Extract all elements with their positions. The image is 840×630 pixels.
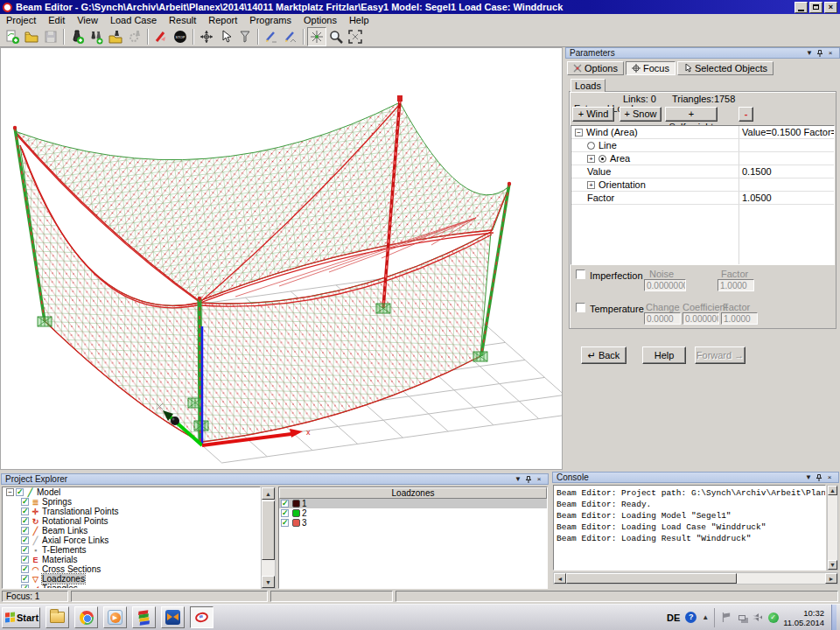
tray-expand-icon[interactable]: ▲ — [702, 613, 709, 621]
load-tree-row[interactable]: Line — [571, 139, 834, 152]
tree-item-springs[interactable]: ≣Springs — [3, 497, 260, 507]
checkbox-checked-icon[interactable] — [16, 488, 24, 496]
load-case-settings-button[interactable] — [125, 27, 144, 46]
scroll-right-icon[interactable]: ► — [825, 573, 837, 584]
scroll-thumb[interactable] — [566, 573, 737, 584]
back-button[interactable]: ↵ Back — [581, 346, 626, 364]
add-wind-button[interactable]: + Wind — [572, 107, 614, 122]
menu-result[interactable]: Result — [163, 14, 202, 26]
pin-icon[interactable] — [523, 474, 534, 484]
flag-tray-icon[interactable] — [720, 612, 732, 623]
coefficient-field[interactable]: 0.0000000 — [682, 312, 719, 325]
add-selfweight-button[interactable]: + Selfweight — [665, 107, 718, 122]
add-load-case-button[interactable] — [67, 27, 87, 46]
stop-button[interactable]: STOP — [171, 27, 190, 46]
close-panel-icon[interactable]: × — [824, 472, 835, 482]
scroll-down-icon[interactable]: ▼ — [828, 560, 837, 570]
load-tree-row[interactable]: −Wind (Area)Value=0.1500 Factor=1.0500 — [571, 126, 834, 139]
scroll-up-icon[interactable]: ▲ — [828, 486, 837, 495]
fill-zone-button[interactable] — [235, 27, 255, 46]
imperfection-checkbox[interactable] — [576, 270, 585, 279]
select-cursor-button[interactable] — [216, 27, 235, 46]
checkbox-checked-icon[interactable] — [21, 517, 29, 525]
dropdown-icon[interactable]: ▼ — [804, 48, 815, 58]
load-tree-row[interactable]: +Area — [571, 152, 834, 165]
focus-view-button[interactable] — [307, 27, 326, 46]
close-button[interactable]: × — [824, 2, 837, 13]
tab-loads[interactable]: Loads — [570, 79, 606, 92]
checkbox-checked-icon[interactable] — [281, 519, 289, 527]
clock[interactable]: 10:32 11.05.2014 — [783, 608, 824, 627]
radio-selected[interactable] — [598, 155, 606, 163]
loadzone-row[interactable]: 3 — [279, 518, 547, 528]
console-hscrollbar[interactable]: ◄ ► — [553, 572, 838, 584]
tab-focus[interactable]: Focus — [626, 61, 676, 75]
tree-item-t-elements[interactable]: ▪T-Elements — [3, 545, 260, 555]
taskbar-file-explorer[interactable] — [46, 606, 69, 628]
language-indicator[interactable]: DE — [667, 612, 680, 623]
forward-button[interactable]: Forward → — [695, 346, 746, 364]
zoom-button[interactable] — [326, 27, 346, 46]
expander-icon[interactable]: − — [6, 488, 14, 496]
tree-item-beam-links[interactable]: ╱Beam Links — [3, 526, 260, 536]
load-tree-row[interactable]: Value0.1500 — [571, 165, 834, 178]
taskbar-chrome[interactable] — [74, 606, 98, 628]
minimize-button[interactable] — [794, 2, 808, 13]
model-viewport[interactable]: x — [0, 47, 563, 470]
scroll-down-icon[interactable]: ▼ — [262, 576, 275, 588]
checkbox-checked-icon[interactable] — [21, 575, 29, 583]
change-field[interactable]: 0.0000 — [644, 312, 681, 325]
tab-selected-objects[interactable]: Selected Objects — [677, 61, 774, 75]
pan-view-button[interactable] — [197, 27, 216, 46]
checkbox-checked-icon[interactable] — [21, 498, 29, 506]
checkbox-checked-icon[interactable] — [21, 527, 29, 535]
console-vscrollbar[interactable]: ▲ ▼ — [827, 485, 838, 570]
pin-icon[interactable] — [814, 472, 824, 482]
menu-options[interactable]: Options — [298, 14, 343, 26]
load-case-manager-button[interactable] — [87, 27, 106, 46]
checkbox-checked-icon[interactable] — [281, 500, 289, 508]
menu-report[interactable]: Report — [202, 14, 243, 26]
checkbox-checked-icon[interactable] — [21, 546, 29, 554]
tree-item-rotational-points[interactable]: ↻Rotational Points — [3, 516, 260, 526]
checkbox-checked-icon[interactable] — [21, 536, 29, 544]
checkbox-checked-icon[interactable] — [21, 508, 29, 515]
help-tray-icon[interactable]: ? — [685, 612, 696, 623]
tree-item-axial-force-links[interactable]: ╱Axial Force Links — [3, 536, 260, 545]
taskbar-media-player[interactable]: ▶ — [103, 606, 127, 628]
expander-icon[interactable]: − — [575, 129, 583, 136]
expander-icon[interactable]: + — [587, 155, 595, 163]
close-panel-icon[interactable]: × — [825, 48, 836, 58]
scroll-thumb[interactable] — [262, 500, 275, 560]
save-button[interactable] — [41, 27, 60, 46]
help-button[interactable]: Help — [642, 346, 686, 364]
3d-scene[interactable]: x — [1, 48, 562, 469]
taskbar-beam-editor[interactable] — [190, 606, 214, 628]
temperature-checkbox[interactable] — [576, 303, 585, 312]
loadzones-header[interactable]: Loadzones — [279, 487, 547, 499]
scroll-left-icon[interactable]: ◄ — [554, 573, 566, 584]
tab-options[interactable]: Options — [567, 61, 624, 75]
show-desktop-button[interactable] — [831, 605, 836, 630]
start-button[interactable]: Start — [2, 607, 40, 628]
draw-line-button[interactable] — [262, 27, 281, 46]
scroll-up-icon[interactable]: ▲ — [262, 487, 275, 500]
remove-load-button[interactable]: - — [738, 107, 753, 122]
tree-item-cross-sections[interactable]: ◠Cross Sections — [3, 564, 260, 574]
imperfection-factor-field[interactable]: 1.0000 — [718, 279, 754, 291]
tree-item-loadzones[interactable]: ▽Loadzones — [3, 574, 260, 584]
tree-item-materials[interactable]: EMaterials — [3, 555, 260, 564]
open-project-button[interactable] — [22, 27, 41, 46]
dropdown-icon[interactable]: ▼ — [513, 474, 523, 484]
taskbar-document-manager[interactable] — [132, 606, 156, 628]
close-panel-icon[interactable]: × — [534, 474, 544, 484]
zoom-extents-button[interactable] — [346, 27, 365, 46]
checkbox-checked-icon[interactable] — [21, 565, 29, 573]
loadzone-row[interactable]: 2 — [279, 508, 547, 518]
radio-unselected[interactable] — [587, 142, 595, 150]
pin-icon[interactable] — [815, 48, 825, 58]
add-snow-button[interactable]: + Snow — [620, 107, 662, 122]
network-tray-icon[interactable] — [736, 612, 747, 623]
volume-tray-icon[interactable] — [752, 612, 763, 623]
tree-item-translational-points[interactable]: ✛Translational Points — [3, 507, 260, 516]
